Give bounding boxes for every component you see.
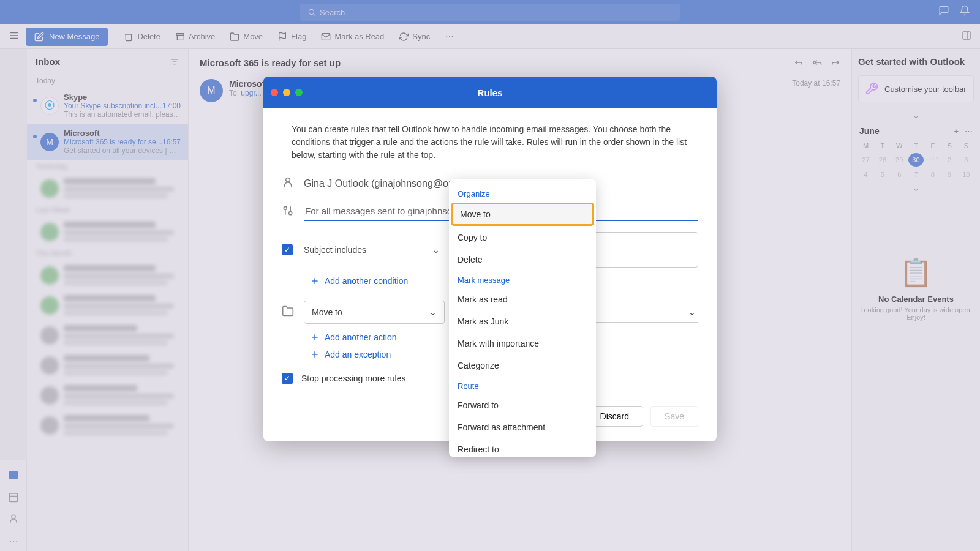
folder-icon: [282, 305, 295, 320]
settings-icon: [282, 204, 295, 219]
dd-item-mark-importance[interactable]: Mark with importance: [449, 332, 596, 354]
plus-icon: [310, 332, 320, 342]
account-name: Gina J Outlook (ginajohnsong@out...: [304, 178, 465, 189]
dd-item-delete[interactable]: Delete: [449, 249, 596, 271]
dd-section-mark: Mark message: [449, 271, 596, 288]
dd-item-mark-junk[interactable]: Mark as Junk: [449, 310, 596, 332]
maximize-window-icon[interactable]: [295, 89, 303, 96]
modal-intro: You can create rules that tell Outlook h…: [282, 123, 698, 162]
person-icon: [282, 176, 295, 191]
action-dropdown: Organize Move to Copy to Delete Mark mes…: [449, 179, 596, 457]
dd-item-move-to[interactable]: Move to: [451, 203, 594, 225]
dd-item-copy-to[interactable]: Copy to: [449, 227, 596, 249]
svg-point-22: [284, 206, 287, 209]
modal-title: Rules: [478, 88, 503, 98]
condition-checkbox[interactable]: ✓: [282, 244, 293, 255]
svg-point-23: [289, 211, 292, 214]
close-window-icon[interactable]: [271, 89, 278, 96]
dd-item-mark-read[interactable]: Mark as read: [449, 288, 596, 310]
dd-section-organize: Organize: [449, 184, 596, 202]
chevron-down-icon: ⌄: [429, 307, 437, 317]
dd-item-forward-attachment[interactable]: Forward as attachment: [449, 416, 596, 438]
chevron-down-icon: ⌄: [688, 307, 696, 317]
plus-icon: [310, 350, 320, 359]
stop-processing-label: Stop processing more rules: [301, 373, 405, 383]
plus-icon: [310, 276, 320, 286]
save-button[interactable]: Save: [650, 406, 698, 427]
svg-point-21: [286, 178, 290, 182]
dd-item-categorize[interactable]: Categorize: [449, 354, 596, 377]
dd-item-forward-to[interactable]: Forward to: [449, 394, 596, 416]
condition-select[interactable]: Subject includes ⌄: [301, 240, 442, 260]
stop-processing-checkbox[interactable]: ✓: [282, 373, 293, 384]
minimize-window-icon[interactable]: [283, 89, 290, 96]
modal-title-bar: Rules: [263, 77, 717, 108]
window-controls: [271, 89, 303, 96]
dd-item-redirect-to[interactable]: Redirect to: [449, 438, 596, 457]
dd-section-route: Route: [449, 377, 596, 394]
chevron-down-icon: ⌄: [432, 245, 440, 255]
action-select[interactable]: Move to ⌄: [304, 301, 445, 324]
